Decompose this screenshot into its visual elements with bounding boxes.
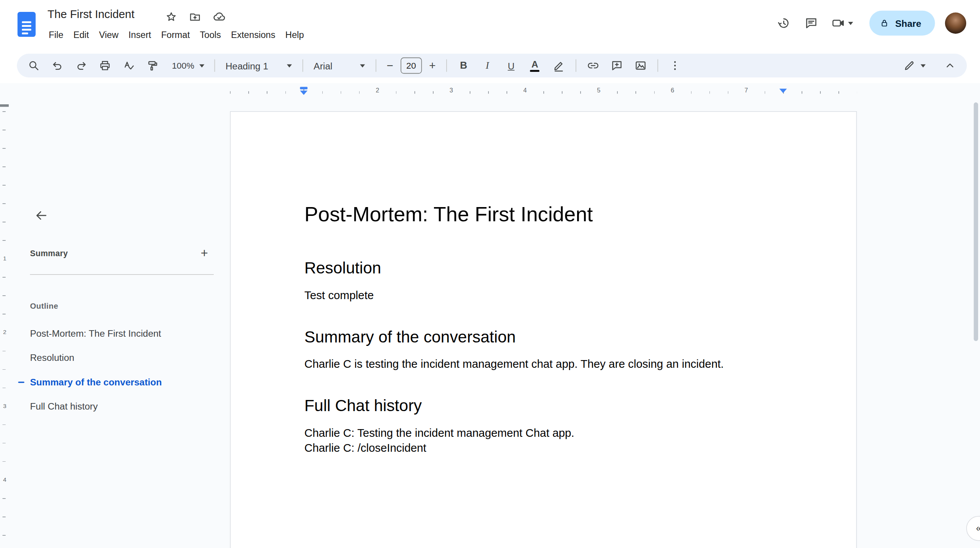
pencil-icon [903,59,916,72]
doc-paragraph[interactable]: Charlie C: /closeIncident [304,440,782,455]
share-button[interactable]: Share [869,11,935,36]
top-margin-marker[interactable] [0,104,9,107]
menu-insert[interactable]: Insert [124,27,156,43]
move-folder-icon[interactable] [189,11,201,23]
star-icon[interactable] [165,11,178,23]
ruler-number: 3 [1,402,9,409]
outline-item[interactable]: Resolution [10,346,230,370]
hide-menus-button[interactable] [939,56,960,76]
redo-button[interactable] [69,56,93,76]
search-menus-button[interactable] [22,56,46,76]
outline-item-label: Resolution [30,352,74,363]
ruler-ticks [230,91,857,94]
bold-button[interactable]: B [452,56,475,76]
docs-app-icon[interactable] [18,12,36,37]
caret-down-icon [287,64,292,67]
document-page[interactable]: Post-Mortem: The First Incident Resoluti… [230,111,857,548]
menu-file[interactable]: File [44,27,68,43]
divider [30,274,214,275]
avatar[interactable] [945,13,966,34]
doc-heading-2[interactable]: Summary of the conversation [304,327,782,347]
doc-heading-2[interactable]: Resolution [304,258,782,278]
comments-button[interactable] [798,10,825,36]
menu-format[interactable]: Format [156,27,195,43]
left-indent-marker[interactable] [300,91,308,95]
share-label: Share [895,18,921,28]
paragraph-style-value: Heading 1 [226,60,268,71]
outline-item[interactable]: Post-Mortem: The First Incident [10,321,230,346]
outline-item-label: Post-Mortem: The First Incident [30,328,161,339]
spellcheck-button[interactable] [117,56,141,76]
vertical-scrollbar[interactable] [974,102,978,341]
insert-link-button[interactable] [581,56,605,76]
ruler-number: 4 [1,476,9,483]
menu-help[interactable]: Help [280,27,309,43]
summary-label: Summary [30,248,68,257]
text-color-button[interactable]: A [523,56,547,76]
title-actions [165,10,226,24]
plus-icon: + [429,60,436,71]
caret-down-icon [360,64,365,67]
meet-call-button[interactable] [825,16,860,30]
zoom-value: 100% [172,61,194,71]
undo-button[interactable] [46,56,69,76]
outline-item-label: Full Chat history [30,401,98,412]
highlight-color-button[interactable] [547,56,571,76]
menu-view[interactable]: View [94,27,124,43]
right-indent-marker[interactable] [779,89,787,93]
close-outline-button[interactable] [29,203,54,228]
paragraph-style-select[interactable]: Heading 1 [220,56,297,76]
menu-extensions[interactable]: Extensions [226,27,280,43]
outline-item[interactable]: Full Chat history [10,394,230,419]
caret-down-icon [848,21,853,25]
doc-heading-2[interactable]: Full Chat history [304,395,782,415]
italic-button[interactable]: I [475,56,499,76]
underline-button[interactable]: U [499,56,523,76]
outline-sidebar: Summary + Outline Post-Mortem: The First… [10,99,230,548]
increase-font-size-button[interactable]: + [424,56,441,76]
print-button[interactable] [93,56,117,76]
insert-image-button[interactable] [629,56,652,76]
more-options-button[interactable] [663,56,687,76]
decrease-font-size-button[interactable]: − [381,56,399,76]
divider [446,59,447,72]
first-line-indent-marker[interactable] [300,87,308,89]
menu-edit[interactable]: Edit [68,27,94,43]
outline-list: Post-Mortem: The First Incident Resoluti… [10,321,230,418]
double-chevron-left-icon: « [976,523,980,534]
divider [657,59,658,72]
zoom-select[interactable]: 100% [167,56,209,76]
paint-format-button[interactable] [140,56,164,76]
summary-section: Summary + [30,242,214,263]
doc-paragraph[interactable]: Charlie C is testing the incident manage… [304,357,782,372]
ruler-number: 6 [669,87,676,94]
doc-paragraph[interactable]: Test complete [304,288,782,303]
document-title[interactable]: The First Incident [48,8,135,21]
ruler-number: 4 [521,87,529,94]
editing-mode-select[interactable] [898,56,931,76]
outline-label: Outline [30,302,58,311]
font-family-value: Arial [313,60,332,71]
collapse-panel-button[interactable]: « [966,516,980,541]
ruler-number: 2 [1,329,9,336]
doc-heading-1[interactable]: Post-Mortem: The First Incident [304,202,782,227]
chevron-up-icon [944,59,956,72]
ruler-number: 7 [742,87,750,94]
underline-icon: U [508,60,515,71]
version-history-button[interactable] [770,10,798,36]
divider [302,59,303,72]
add-comment-button[interactable] [605,56,629,76]
menu-tools[interactable]: Tools [195,27,226,43]
back-arrow-icon [35,209,48,222]
horizontal-ruler: 1 2 3 4 5 6 7 [0,86,980,97]
caret-down-icon [921,64,926,67]
google-docs-window: The First Incident File Edit View Insert… [0,0,980,548]
doc-paragraph[interactable]: Charlie C: Testing the incident manageme… [304,425,782,440]
outline-item-active[interactable]: Summary of the conversation [10,370,230,394]
font-size-input[interactable]: 20 [401,58,422,74]
add-summary-button[interactable]: + [195,244,214,262]
divider [214,59,215,72]
cloud-saved-icon[interactable] [213,10,226,24]
menu-bar: File Edit View Insert Format Tools Exten… [44,27,309,43]
font-family-select[interactable]: Arial [308,56,371,76]
